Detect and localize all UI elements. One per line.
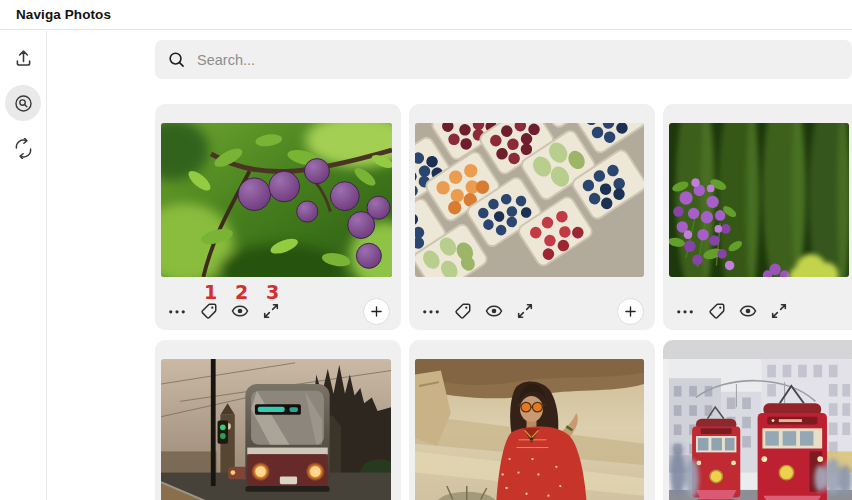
main-content: 1 2 3 <box>48 31 852 500</box>
view-button[interactable] <box>485 301 503 321</box>
expand-button[interactable] <box>262 301 280 321</box>
plus-icon <box>622 303 639 320</box>
card-drag-handle <box>155 104 401 123</box>
eye-icon <box>739 302 757 320</box>
zoom-search-icon <box>13 93 34 114</box>
upload-icon <box>13 48 34 69</box>
search-input[interactable] <box>195 51 840 69</box>
card-actions <box>409 297 655 325</box>
photo-thumbnail-plums[interactable] <box>161 123 392 277</box>
card-actions <box>663 297 852 325</box>
expand-icon <box>516 302 534 320</box>
photo-thumbnail-lilac[interactable] <box>669 123 849 277</box>
more-options-button[interactable] <box>675 301 695 321</box>
card-drag-handle <box>409 104 655 123</box>
tag-button[interactable] <box>708 301 726 321</box>
sync-button[interactable] <box>5 130 41 166</box>
eye-icon <box>485 302 503 320</box>
photo-thumbnail-trams[interactable] <box>669 359 852 500</box>
more-options-icon <box>167 301 187 321</box>
card-actions: 1 2 3 <box>155 297 401 325</box>
add-button[interactable] <box>617 298 644 325</box>
search-bar[interactable] <box>155 40 852 79</box>
more-options-button[interactable] <box>167 301 187 321</box>
card-drag-handle <box>155 340 401 359</box>
tag-icon <box>708 302 726 320</box>
search-icon <box>167 50 186 69</box>
photo-card-woman <box>409 340 655 500</box>
add-button[interactable] <box>363 298 390 325</box>
more-options-icon <box>421 301 441 321</box>
sync-icon <box>13 138 34 159</box>
app-title: Naviga Photos <box>16 7 111 22</box>
photo-card-trams <box>663 340 852 500</box>
browse-photos-button[interactable] <box>5 85 41 121</box>
app-window: Naviga Photos <box>0 0 852 500</box>
photo-card-plums: 1 2 3 <box>155 104 401 330</box>
tag-icon <box>200 302 218 320</box>
annotation-label-1: 1 <box>204 282 216 302</box>
photo-thumbnail-woman[interactable] <box>415 359 644 500</box>
sidebar <box>0 31 47 500</box>
annotation-label-3: 3 <box>266 282 278 302</box>
card-drag-handle-highlighted <box>663 340 852 359</box>
photo-card-bus <box>155 340 401 500</box>
expand-icon <box>770 302 788 320</box>
tag-button[interactable] <box>200 301 218 321</box>
photo-card-lilac <box>663 104 852 330</box>
eye-icon <box>231 302 249 320</box>
card-drag-handle <box>409 340 655 359</box>
plus-icon <box>368 303 385 320</box>
card-drag-handle <box>663 104 852 123</box>
view-button[interactable] <box>231 301 249 321</box>
expand-button[interactable] <box>516 301 534 321</box>
more-options-button[interactable] <box>421 301 441 321</box>
annotation-label-2: 2 <box>235 282 247 302</box>
more-options-icon <box>675 301 695 321</box>
expand-button[interactable] <box>770 301 788 321</box>
photo-grid: 1 2 3 <box>155 104 852 500</box>
top-bar: Naviga Photos <box>0 0 852 30</box>
tag-button[interactable] <box>454 301 472 321</box>
upload-button[interactable] <box>5 40 41 76</box>
photo-thumbnail-fruit-crates[interactable] <box>415 123 644 277</box>
view-button[interactable] <box>739 301 757 321</box>
photo-card-fruit-crates <box>409 104 655 330</box>
tag-icon <box>454 302 472 320</box>
photo-thumbnail-bus[interactable] <box>161 359 391 500</box>
expand-icon <box>262 302 280 320</box>
